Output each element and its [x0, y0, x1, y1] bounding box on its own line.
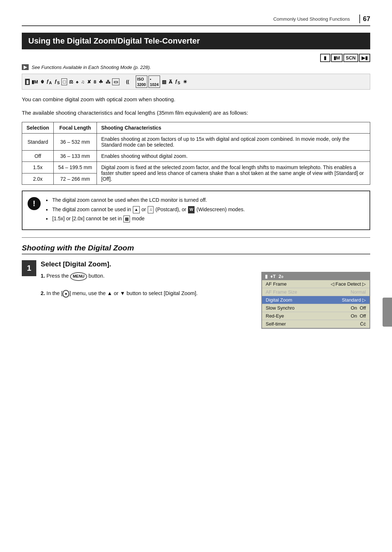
camera-menu-row-af-frame: AF Frame ◁ Face Detect ▷	[262, 280, 369, 288]
mode-icon-movie: ▶▮	[359, 54, 370, 62]
camera-menu-row-af-size: AF Frame Size Normal	[262, 288, 369, 296]
strip-icon-2: ▮M	[31, 79, 39, 85]
camera-menu-tab-1: ♦T	[270, 274, 276, 279]
page-header: Commonly Used Shooting Functions 67	[22, 15, 370, 26]
table-header-focal: Focal Length	[54, 122, 97, 134]
arrow-note-text: See Functions Available in Each Shooting…	[32, 65, 151, 70]
step-block-1: 1 Select [Digital Zoom]. 1. Press the ME…	[22, 260, 370, 329]
strip-icon-13: ⁂	[105, 79, 111, 85]
table-cell-characteristics: Enables shooting at zoom factors of up t…	[97, 134, 370, 151]
camera-mode-icon: ●	[62, 290, 69, 298]
sub-section-title: Shooting with the Digital Zoom	[22, 244, 370, 254]
strip-icon-10: ✘	[86, 79, 92, 85]
postcard-icon: ▲	[133, 206, 140, 213]
page-container: Commonly Used Shooting Functions 67 Usin…	[0, 0, 392, 347]
strip-icon-19: A̅	[168, 79, 173, 85]
camera-menu-value-slow-synchro: On Off	[351, 305, 366, 311]
strip-icon-17: ▪1024	[148, 75, 160, 88]
table-cell-selection: Standard	[22, 134, 54, 151]
camera-menu-label-af-frame: AF Frame	[266, 281, 287, 287]
table-cell-focal: 36 – 133 mm	[54, 151, 97, 162]
table-header-characteristics: Shooting Characteristics	[97, 122, 370, 134]
widescreen-icon: W	[188, 206, 195, 213]
camera-menu-value-red-eye: On Off	[351, 313, 366, 319]
section-label: Commonly Used Shooting Functions	[273, 16, 350, 22]
warning-icon: !	[28, 197, 41, 210]
camera-menu-value-af-frame: ◁ Face Detect ▷	[331, 281, 366, 287]
camera-menu-value-af-size: Normal	[351, 289, 366, 295]
table-cell-selection: Off	[22, 151, 54, 162]
table-cell-focal: 72 – 266 mm	[54, 173, 97, 185]
mode-icon-cm: ▮M	[331, 54, 343, 62]
strip-icon-14: ▭	[112, 78, 119, 85]
strip-icon-4: ƒA	[46, 78, 53, 85]
step-instructions: 1. Press the MENU button. 2. In the [●] …	[41, 272, 253, 298]
step-instruction-1: 1. Press the MENU button.	[41, 272, 253, 281]
main-title: Using the Digital Zoom/Digital Tele-Conv…	[22, 33, 370, 49]
side-tab	[383, 298, 392, 327]
camera-menu-camera-icon: ▮	[265, 274, 268, 279]
strip-icon-9: ♫	[80, 79, 85, 85]
strip-icon-1: ▮	[25, 79, 30, 85]
warning-item-1: The digital zoom cannot be used when the…	[46, 196, 245, 204]
table-header-selection: Selection	[22, 122, 54, 134]
camera-menu-label-self-timer: Self-timer	[266, 321, 286, 327]
camera-menu-label-red-eye: Red-Eye	[266, 313, 284, 319]
mode-icon-inline: ▨	[123, 216, 130, 222]
strip-icon-16: ISO3200	[136, 75, 147, 88]
strip-icon-15: ((	[121, 78, 135, 85]
mode-icon-camera: ▮	[320, 54, 330, 62]
strip-icon-6: □	[61, 78, 67, 85]
intro-text-2: The available shooting characteristics a…	[22, 109, 370, 117]
menu-button-icon: MENU	[70, 272, 87, 281]
camera-menu-row-digital-zoom: Digital Zoom Standard ▷	[262, 296, 369, 304]
arrow-note: ▶ See Functions Available in Each Shooti…	[22, 64, 370, 70]
camera-menu-label-slow-synchro: Slow Synchro	[266, 305, 294, 311]
strip-icon-3: ☬	[40, 79, 45, 85]
camera-menu-value-self-timer: Ċċ	[360, 321, 366, 327]
camera-menu: ▮ ♦T 2₀ AF Frame ◁ Face Detect ▷ AF Fram…	[261, 272, 370, 329]
camera-menu-label-af-size: AF Frame Size	[266, 289, 297, 295]
camera-menu-row-red-eye: Red-Eye On Off	[262, 312, 369, 320]
page-number: 67	[363, 15, 370, 23]
table-cell-focal: 54 – 199.5 mm	[54, 162, 97, 173]
table-cell-focal: 36 – 532 mm	[54, 134, 97, 151]
arrow-note-link: Functions Available in Each Shooting Mod…	[41, 65, 132, 70]
strip-icon-7: ⚖	[68, 79, 74, 85]
table-cell-characteristics: Enables shooting without digital zoom.	[97, 151, 370, 162]
mode-icons-row: ▮ ▮M SCN ▶▮	[22, 54, 370, 62]
strip-icon-21: ☀	[182, 79, 188, 85]
camera-menu-row-slow-synchro: Slow Synchro On Off	[262, 304, 369, 312]
step-title-1: Select [Digital Zoom].	[41, 260, 370, 268]
icon-strip: ▮ ▮M ☬ ƒA ƒS □ ⚖ ♠ ♫ ✘ 8 ☘ ⁂ ▭ (( ISO320…	[22, 74, 370, 90]
intro-text-1: You can combine digital zoom with optica…	[22, 95, 370, 104]
step-content-1: Select [Digital Zoom]. 1. Press the MENU…	[41, 260, 370, 329]
strip-icon-20: ƒS	[174, 78, 181, 85]
table-cell-selection: 1.5x	[22, 162, 54, 173]
table-cell-characteristics: Digital zoom is fixed at the selected zo…	[97, 162, 370, 185]
camera-menu-tab-2: 2₀	[279, 274, 283, 279]
step-num-2: 2.	[41, 290, 45, 296]
warning-box: ! The digital zoom cannot be used when t…	[22, 191, 370, 230]
header-divider	[359, 15, 360, 23]
camera-menu-value-digital-zoom: Standard ▷	[342, 297, 366, 303]
arrow-note-suffix: (p. 228).	[133, 65, 151, 70]
step-image-area: 1. Press the MENU button. 2. In the [●] …	[41, 272, 370, 329]
strip-icon-5: ƒS	[54, 78, 60, 85]
step-number-1: 1	[22, 260, 36, 276]
camera-menu-row-self-timer: Self-timer Ċċ	[262, 320, 369, 328]
table-row: 1.5x 54 – 199.5 mm Digital zoom is fixed…	[22, 162, 370, 173]
table-row: Off 36 – 133 mm Enables shooting without…	[22, 151, 370, 162]
warning-item-3: [1.5x] or [2.0x] cannot be set in ▨ mode	[46, 215, 245, 223]
section-separator	[22, 237, 370, 238]
zoom-table: Selection Focal Length Shooting Characte…	[22, 122, 370, 185]
strip-icon-11: 8	[93, 79, 97, 85]
step-instructions-col: 1. Press the MENU button. 2. In the [●] …	[41, 272, 253, 298]
mode-icon-scn: SCN	[343, 54, 358, 62]
warning-item-2: The digital zoom cannot be used in ▲ or …	[46, 206, 245, 214]
scene-icon: ♫	[148, 206, 154, 213]
step-instruction-2: 2. In the [●] menu, use the ▲ or ▼ butto…	[41, 289, 253, 298]
table-row: Standard 36 – 532 mm Enables shooting at…	[22, 134, 370, 151]
strip-icon-12: ☘	[98, 79, 104, 85]
step-num-1: 1.	[41, 273, 45, 279]
